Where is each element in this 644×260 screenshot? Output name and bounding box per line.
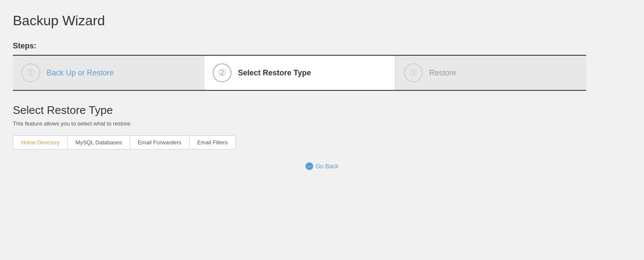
mysql-databases-button[interactable]: MySQL Databases: [67, 135, 130, 149]
step-3-circle: ③: [404, 63, 423, 82]
step-2-circle: ②: [213, 63, 231, 82]
go-back-container: ← Go Back: [13, 162, 631, 170]
go-back-link[interactable]: ← Go Back: [306, 162, 338, 170]
section-description: This feature allows you to select what t…: [13, 120, 631, 127]
email-forwarders-button[interactable]: Email Forwarders: [130, 135, 190, 149]
step-1[interactable]: ① Back Up or Restore: [13, 56, 204, 90]
section-title: Select Restore Type: [13, 104, 631, 117]
home-directory-button[interactable]: Home Directory: [13, 135, 68, 149]
steps-container: ① Back Up or Restore ② Select Restore Ty…: [13, 55, 586, 91]
step-2-label: Select Restore Type: [238, 69, 311, 78]
page-title: Backup Wizard: [13, 13, 631, 29]
email-filters-button[interactable]: Email Filters: [189, 135, 236, 149]
step-3[interactable]: ③ Restore: [395, 56, 586, 90]
step-3-label: Restore: [429, 69, 456, 78]
go-back-icon: ←: [306, 162, 313, 170]
restore-buttons-container: Home Directory MySQL Databases Email For…: [13, 135, 631, 149]
steps-label: Steps:: [13, 42, 631, 51]
step-1-label: Back Up or Restore: [47, 69, 114, 78]
step-2[interactable]: ② Select Restore Type: [204, 56, 395, 90]
go-back-label: Go Back: [315, 163, 338, 170]
step-1-circle: ①: [21, 63, 40, 82]
